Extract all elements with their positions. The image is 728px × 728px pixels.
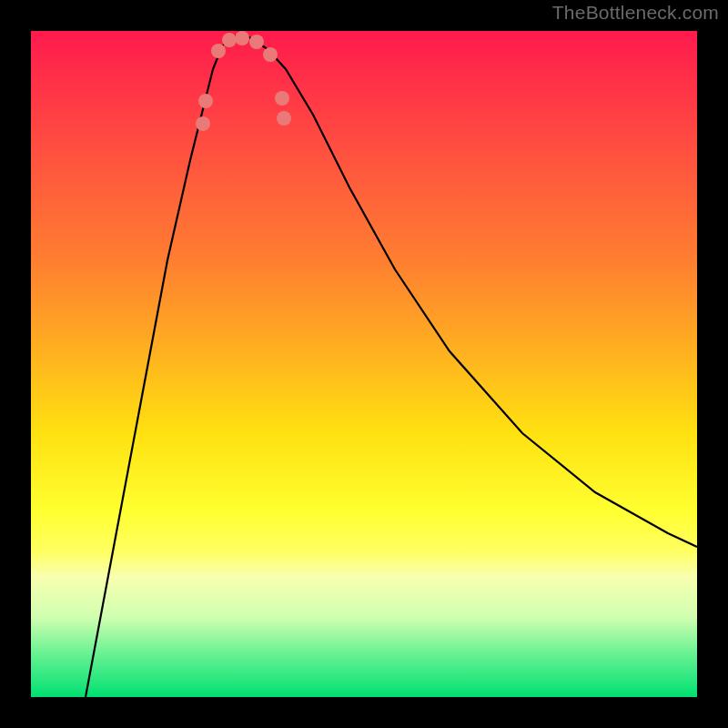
highlight-dot (222, 33, 237, 47)
highlight-dot (196, 116, 210, 131)
highlight-dot (249, 35, 264, 49)
highlight-dot (198, 94, 213, 108)
curve-svg (31, 31, 697, 697)
chart-frame: TheBottleneck.com (0, 0, 728, 728)
bottleneck-curve (86, 35, 697, 697)
highlight-dot (277, 111, 291, 126)
highlight-dot (275, 91, 289, 106)
watermark-text: TheBottleneck.com (552, 2, 719, 24)
plot-area (31, 31, 697, 697)
highlight-dot (263, 47, 278, 62)
highlight-dot (211, 44, 226, 58)
highlight-dot (235, 31, 249, 46)
